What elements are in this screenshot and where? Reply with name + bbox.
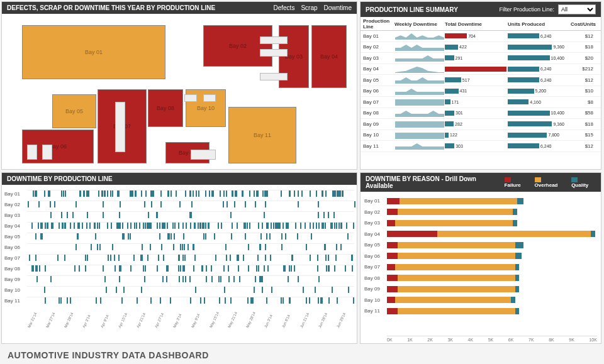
floor-plan-body[interactable]: Bay 01Bay 02Bay 03Bay 04Bay 05Bay 06Bay … — [2, 14, 357, 169]
strip-row[interactable]: Bay 10 — [4, 285, 354, 295]
summary-row[interactable]: Bay 0329110,400$20 — [361, 53, 601, 64]
strip-row[interactable]: Bay 04 — [4, 221, 354, 231]
reason-row[interactable]: Bay 05 — [364, 240, 597, 251]
summary-title: PRODUCTION LINE SUMMARY — [366, 6, 458, 13]
summary-panel: PRODUCTION LINE SUMMARY Filter Productio… — [360, 1, 601, 170]
bay-bay08[interactable]: Bay 08 — [148, 89, 183, 127]
bay-bay01[interactable]: Bay 01 — [22, 25, 165, 79]
reason-row[interactable]: Bay 01 — [364, 196, 597, 207]
strip-row[interactable]: Bay 06 — [4, 242, 354, 253]
legend-item[interactable]: Quality — [571, 177, 596, 188]
tab-scrap[interactable]: Scrap — [301, 4, 317, 11]
strip-row[interactable]: Bay 01 — [4, 189, 354, 199]
bay-bay05[interactable]: Bay 05 — [52, 94, 96, 128]
reason-row[interactable]: Bay 08 — [364, 273, 597, 284]
bay-bay04[interactable]: Bay 04 — [311, 25, 347, 88]
strip-row[interactable]: Bay 11 — [4, 295, 354, 306]
filter-label: Filter Production Line: — [499, 6, 554, 13]
summary-row[interactable]: Bay 071714,160$8 — [361, 97, 601, 108]
col-total[interactable]: Total Downtime — [445, 21, 508, 27]
bay-bay11[interactable]: Bay 11 — [228, 107, 296, 163]
downtime-reason-header: DOWNTIME BY REASON - Drill Down Availabl… — [361, 173, 601, 192]
floor-plan-title: DEFECTS, SCRAP OR DOWNTIME THIS YEAR BY … — [7, 4, 215, 11]
summary-columns: Production Line Weekly Downtime Total Do… — [361, 17, 601, 31]
strip-row[interactable]: Bay 05 — [4, 231, 354, 242]
col-weekly[interactable]: Weekly Downtime — [394, 21, 445, 27]
downtime-line-title: DOWNTIME BY PRODUCTION LINE — [7, 175, 113, 182]
downtime-line-header: DOWNTIME BY PRODUCTION LINE — [2, 173, 357, 185]
col-cost[interactable]: Cost/Units — [564, 21, 596, 27]
summary-filter: Filter Production Line: All — [499, 4, 596, 14]
legend-item[interactable]: Failure — [505, 177, 528, 188]
reason-row[interactable]: Bay 03 — [364, 218, 597, 229]
strip-row[interactable]: Bay 03 — [4, 210, 354, 221]
downtime-reason-body[interactable]: Bay 01Bay 02Bay 03Bay 04Bay 05Bay 06Bay … — [361, 192, 601, 343]
reason-row[interactable]: Bay 11 — [364, 306, 597, 317]
downtime-line-body[interactable]: Bay 01Bay 02Bay 03Bay 04Bay 05Bay 06Bay … — [2, 185, 357, 343]
reason-row[interactable]: Bay 09 — [364, 284, 597, 295]
summary-row[interactable]: Bay 101227,800$15 — [361, 130, 601, 141]
strip-row[interactable]: Bay 07 — [4, 253, 354, 263]
filter-select[interactable]: All — [558, 4, 596, 14]
downtime-reason-title: DOWNTIME BY REASON - Drill Down Availabl… — [366, 175, 505, 189]
reason-row[interactable]: Bay 02 — [364, 207, 597, 218]
summary-body: Production Line Weekly Downtime Total Do… — [361, 17, 601, 169]
floor-plan-panel: DEFECTS, SCRAP OR DOWNTIME THIS YEAR BY … — [1, 1, 357, 170]
reason-row[interactable]: Bay 10 — [364, 295, 597, 306]
floor-plan-tabs: Defects Scrap Downtime — [274, 4, 352, 11]
downtime-line-panel: DOWNTIME BY PRODUCTION LINE Bay 01Bay 02… — [1, 172, 357, 344]
summary-row[interactable]: Bay 046,240$212 — [361, 64, 601, 75]
floor-plan-header: DEFECTS, SCRAP OR DOWNTIME THIS YEAR BY … — [2, 2, 357, 14]
tab-defects[interactable]: Defects — [274, 4, 295, 11]
reason-row[interactable]: Bay 04 — [364, 229, 597, 240]
summary-row[interactable]: Bay 024229,360$18 — [361, 42, 601, 53]
summary-row[interactable]: Bay 113036,240$12 — [361, 141, 601, 152]
tab-downtime[interactable]: Downtime — [324, 4, 352, 11]
reason-row[interactable]: Bay 06 — [364, 251, 597, 262]
legend-item[interactable]: Overhead — [535, 177, 566, 188]
downtime-xaxis: Mar 21'14Mar 27'14Mar 28'14Apr 3'14Apr 9… — [27, 327, 354, 342]
bay-bay02[interactable]: Bay 02 — [203, 25, 272, 67]
col-units[interactable]: Units Produced — [508, 21, 564, 27]
summary-row[interactable]: Bay 0830110,400$58 — [361, 108, 601, 119]
strip-row[interactable]: Bay 08 — [4, 263, 354, 274]
strip-row[interactable]: Bay 09 — [4, 274, 354, 285]
strip-row[interactable]: Bay 02 — [4, 199, 354, 210]
summary-header: PRODUCTION LINE SUMMARY Filter Productio… — [361, 2, 601, 17]
reason-legend: FailureOverheadQuality — [505, 177, 596, 188]
downtime-reason-panel: DOWNTIME BY REASON - Drill Down Availabl… — [360, 172, 601, 344]
summary-row[interactable]: Bay 055176,240$12 — [361, 75, 601, 86]
reason-xaxis: 0K1K2K3K4K5K6K7K8K9K10K — [387, 336, 597, 342]
summary-row[interactable]: Bay 017046,240$12 — [361, 31, 601, 42]
dashboard-footer-title: AUTOMOTIVE INDUSTRY DATA DASHBOARD — [1, 346, 601, 364]
reason-row[interactable]: Bay 07 — [364, 262, 597, 273]
summary-row[interactable]: Bay 092829,360$18 — [361, 119, 601, 130]
summary-row[interactable]: Bay 064315,200$10 — [361, 86, 601, 97]
col-line[interactable]: Production Line — [363, 18, 394, 30]
